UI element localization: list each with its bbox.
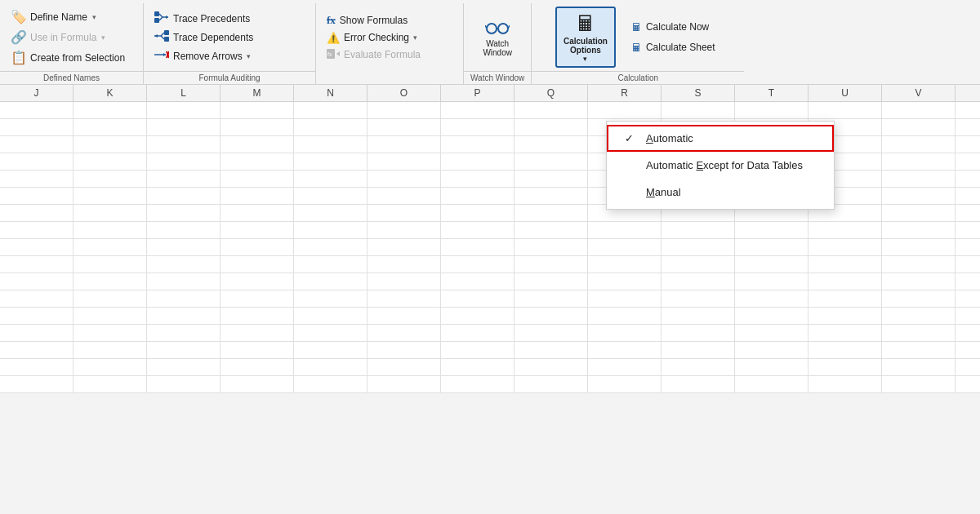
grid-cell[interactable] <box>808 239 882 255</box>
grid-cell[interactable] <box>368 376 441 392</box>
grid-cell[interactable] <box>147 239 220 255</box>
grid-cell[interactable] <box>147 102 220 118</box>
grid-cell[interactable] <box>808 273 882 290</box>
calculate-now-button[interactable]: 🖩 Calculate Now <box>626 19 721 36</box>
grid-cell[interactable] <box>0 325 74 341</box>
grid-cell[interactable] <box>514 205 588 221</box>
grid-cell[interactable] <box>294 359 368 375</box>
grid-cell[interactable] <box>735 222 808 238</box>
grid-cell[interactable] <box>882 308 956 324</box>
grid-cell[interactable] <box>0 359 74 375</box>
grid-cell[interactable] <box>808 325 882 341</box>
grid-cell[interactable] <box>0 342 74 358</box>
grid-cell[interactable] <box>662 290 735 307</box>
grid-cell[interactable] <box>368 273 441 290</box>
grid-cell[interactable] <box>368 188 441 204</box>
grid-cell[interactable] <box>441 308 514 324</box>
grid-cell[interactable] <box>808 308 882 324</box>
grid-cell[interactable] <box>368 205 441 221</box>
grid-cell[interactable] <box>735 273 808 290</box>
dropdown-item-automatic-except[interactable]: Automatic Except for Data Tables <box>607 152 834 179</box>
grid-cell[interactable] <box>662 359 735 375</box>
remove-arrows-button[interactable]: Remove Arrows ▾ <box>150 47 255 65</box>
grid-cell[interactable] <box>368 136 441 153</box>
grid-cell[interactable] <box>294 119 368 135</box>
grid-cell[interactable] <box>441 153 514 170</box>
grid-cell[interactable] <box>882 188 956 204</box>
table-row[interactable] <box>0 102 980 119</box>
grid-cell[interactable] <box>588 376 662 392</box>
grid-cell[interactable] <box>220 205 294 221</box>
calculate-sheet-button[interactable]: 🖩 Calculate Sheet <box>626 39 721 56</box>
grid-cell[interactable] <box>220 102 294 118</box>
grid-cell[interactable] <box>441 239 514 255</box>
grid-cell[interactable] <box>74 273 147 290</box>
grid-cell[interactable] <box>808 342 882 358</box>
table-row[interactable] <box>0 342 980 359</box>
grid-cell[interactable] <box>441 205 514 221</box>
grid-cell[interactable] <box>514 171 588 187</box>
table-row[interactable] <box>0 256 980 273</box>
grid-cell[interactable] <box>368 359 441 375</box>
grid-cell[interactable] <box>441 342 514 358</box>
grid-cell[interactable] <box>808 222 882 238</box>
grid-cell[interactable] <box>0 136 74 153</box>
grid-cell[interactable] <box>441 119 514 135</box>
grid-cell[interactable] <box>735 376 808 392</box>
grid-cell[interactable] <box>294 325 368 341</box>
grid-cell[interactable] <box>514 376 588 392</box>
grid-cell[interactable] <box>662 256 735 273</box>
grid-cell[interactable] <box>662 325 735 341</box>
grid-cell[interactable] <box>441 136 514 153</box>
grid-cell[interactable] <box>588 342 662 358</box>
show-formulas-button[interactable]: fx Show Formulas <box>323 11 412 29</box>
grid-cell[interactable] <box>514 273 588 290</box>
grid-cell[interactable] <box>0 222 74 238</box>
grid-cell[interactable] <box>735 359 808 375</box>
trace-dependents-button[interactable]: Trace Dependents <box>150 28 257 47</box>
grid-cell[interactable] <box>220 239 294 255</box>
grid-cell[interactable] <box>368 171 441 187</box>
grid-cell[interactable] <box>588 239 662 255</box>
grid-cell[interactable] <box>882 290 956 307</box>
grid-cell[interactable] <box>441 222 514 238</box>
grid-cell[interactable] <box>368 256 441 273</box>
grid-cell[interactable] <box>368 342 441 358</box>
grid-cell[interactable] <box>0 376 74 392</box>
grid-cell[interactable] <box>514 290 588 307</box>
grid-cell[interactable] <box>147 153 220 170</box>
use-in-formula-button[interactable]: 🔗 Use in Formula ▾ <box>7 27 109 47</box>
grid-cell[interactable] <box>735 256 808 273</box>
grid-cell[interactable] <box>588 325 662 341</box>
grid-cell[interactable] <box>294 256 368 273</box>
grid-cell[interactable] <box>441 290 514 307</box>
grid-cell[interactable] <box>588 102 662 118</box>
grid-cell[interactable] <box>220 290 294 307</box>
define-name-button[interactable]: 🏷️ Define Name ▾ <box>7 7 100 27</box>
grid-cell[interactable] <box>147 359 220 375</box>
grid-cell[interactable] <box>735 239 808 255</box>
grid-cell[interactable] <box>882 153 956 170</box>
grid-cell[interactable] <box>220 359 294 375</box>
grid-cell[interactable] <box>294 290 368 307</box>
grid-cell[interactable] <box>588 273 662 290</box>
table-row[interactable] <box>0 376 980 393</box>
grid-cell[interactable] <box>147 325 220 341</box>
grid-cell[interactable] <box>220 342 294 358</box>
grid-cell[interactable] <box>0 308 74 324</box>
grid-cell[interactable] <box>882 359 956 375</box>
grid-cell[interactable] <box>514 153 588 170</box>
grid-cell[interactable] <box>882 342 956 358</box>
grid-cell[interactable] <box>662 342 735 358</box>
table-row[interactable] <box>0 273 980 290</box>
grid-cell[interactable] <box>294 308 368 324</box>
grid-cell[interactable] <box>147 136 220 153</box>
grid-cell[interactable] <box>882 102 956 118</box>
grid-cell[interactable] <box>147 188 220 204</box>
grid-cell[interactable] <box>882 273 956 290</box>
grid-cell[interactable] <box>808 290 882 307</box>
grid-cell[interactable] <box>220 256 294 273</box>
table-row[interactable] <box>0 239 980 256</box>
grid-cell[interactable] <box>147 171 220 187</box>
grid-cell[interactable] <box>514 239 588 255</box>
